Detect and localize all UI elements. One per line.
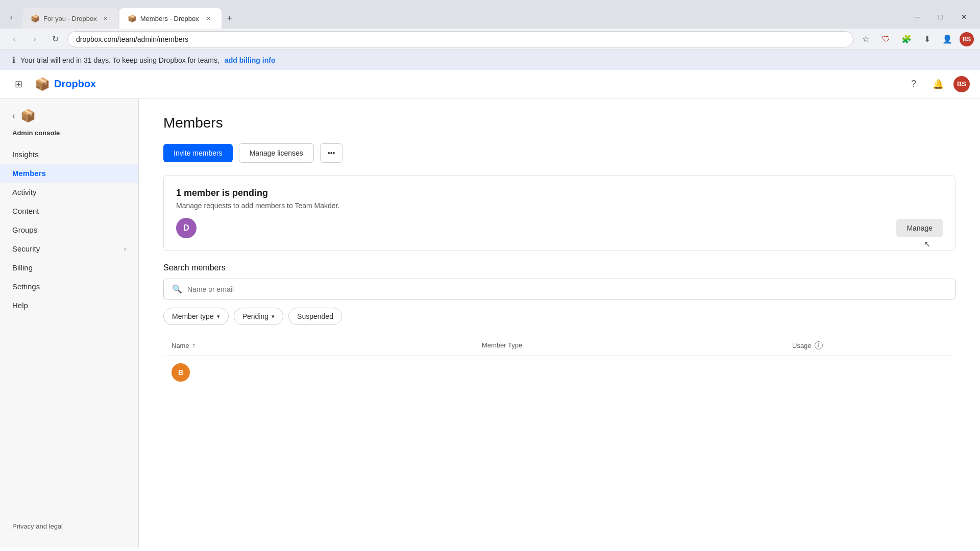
sidebar-item-activity[interactable]: Activity [0,183,138,202]
member-type-filter-label: Member type [172,312,214,320]
sidebar-nav: Insights Members Activity Content Groups… [0,145,138,315]
action-row: Invite members Manage licenses ••• [163,143,955,163]
insights-label: Insights [12,150,39,159]
apps-grid-button[interactable]: ⊞ [10,76,27,92]
search-icon: 🔍 [172,284,182,294]
member-type-filter[interactable]: Member type ▾ [163,308,229,325]
address-bar: ‹ › ↻ dropbox.com/team/admin/members ☆ 🛡… [0,29,980,50]
pending-filter-label: Pending [242,312,268,320]
sidebar-item-members[interactable]: Members [0,164,138,183]
browser-nav-controls: ‹ [4,10,18,29]
pending-filter[interactable]: Pending ▾ [234,308,283,325]
table-header: Name ↑ Member Type Usage i [163,335,955,356]
sidebar-item-security[interactable]: Security › [0,239,138,258]
filter-row: Member type ▾ Pending ▾ Suspended [163,308,955,325]
extensions-button[interactable]: 🧩 [898,31,915,47]
downloads-button[interactable]: ⬇ [919,31,935,47]
sort-asc-icon: ↑ [192,342,195,349]
tab-favicon-1: 📦 [31,14,39,22]
pending-description: Manage requests to add members to Team M… [176,202,943,210]
usage-info-icon[interactable]: i [815,341,823,349]
col-name-header[interactable]: Name ↑ [172,341,482,349]
search-input[interactable] [187,285,947,293]
suspended-filter-label: Suspended [297,312,333,320]
maximize-button[interactable]: □ [929,9,952,24]
page-title: Members [163,115,955,131]
main-layout: ‹ 📦 Admin console Insights Members Activ… [0,98,980,548]
help-button[interactable]: ? [904,75,923,93]
sidebar-dropbox-icon[interactable]: 📦 [20,109,36,123]
tab-label-1: For you - Dropbox [43,15,97,22]
help-label: Help [12,301,28,310]
privacy-legal-link[interactable]: Privacy and legal [12,522,126,530]
suspended-filter[interactable]: Suspended [288,308,342,325]
member-type-chevron-icon: ▾ [217,313,220,320]
window-controls: ─ □ ✕ [905,9,976,29]
notification-text: Your trial will end in 31 days. To keep … [20,56,219,64]
sidebar-item-billing[interactable]: Billing [0,258,138,277]
dropbox-logo-text: Dropbox [54,78,96,90]
sidebar-item-groups[interactable]: Groups [0,220,138,239]
table-row[interactable]: B [163,356,955,389]
browser-chrome: ‹ 📦 For you - Dropbox ✕ 📦 Members - Drop… [0,0,980,29]
tab-list-btn[interactable]: ‹ [4,10,18,24]
billing-label: Billing [12,263,33,272]
col-usage-header: Usage i [792,341,947,349]
row-avatar: B [172,363,190,382]
app-header: ⊞ 📦 Dropbox ? 🔔 BS [0,70,980,98]
tab-bar: 📦 For you - Dropbox ✕ 📦 Members - Dropbo… [22,0,901,29]
profile-switcher-button[interactable]: 👤 [939,31,955,47]
reload-button[interactable]: ↻ [47,31,63,47]
notification-banner: ℹ Your trial will end in 31 days. To kee… [0,50,980,70]
sidebar-footer: Privacy and legal [0,514,138,538]
sidebar-item-help[interactable]: Help [0,296,138,315]
content-area: Members Invite members Manage licenses •… [139,98,980,548]
manage-licenses-button[interactable]: Manage licenses [239,143,314,163]
col-member-type-header: Member Type [482,341,792,349]
settings-label: Settings [12,282,40,291]
forward-button[interactable]: › [27,31,43,47]
tab-label-2: Members - Dropbox [140,15,200,22]
address-text: dropbox.com/team/admin/members [76,35,188,43]
close-button[interactable]: ✕ [952,9,976,24]
search-field[interactable]: 🔍 [163,279,955,299]
pending-title: 1 member is pending [176,188,943,198]
security-chevron-icon: › [124,245,126,253]
sidebar-item-content[interactable]: Content [0,202,138,220]
notification-icon: ℹ [12,55,15,65]
back-button[interactable]: ‹ [6,31,22,47]
sidebar-logo-area[interactable]: ‹ 📦 [0,109,138,129]
invite-members-button[interactable]: Invite members [163,144,233,162]
dropbox-logo[interactable]: 📦 Dropbox [35,77,96,91]
manage-button[interactable]: Manage [896,219,943,237]
tab-close-1[interactable]: ✕ [101,14,110,23]
tab-members[interactable]: 📦 Members - Dropbox ✕ [119,8,222,29]
address-field[interactable]: dropbox.com/team/admin/members [67,31,853,47]
bookmark-button[interactable]: ☆ [857,31,874,47]
sidebar-back-icon[interactable]: ‹ [12,111,15,121]
content-label: Content [12,207,39,215]
user-avatar[interactable]: BS [953,76,970,92]
new-tab-button[interactable]: + [223,11,237,26]
security-label: Security [12,244,40,253]
admin-console-label: Admin console [0,129,138,145]
sidebar-item-insights[interactable]: Insights [0,145,138,164]
groups-label: Groups [12,226,37,234]
notifications-button[interactable]: 🔔 [929,75,947,93]
sidebar: ‹ 📦 Admin console Insights Members Activ… [0,98,139,548]
pending-banner: 1 member is pending Manage requests to a… [163,175,955,251]
tab-for-you[interactable]: 📦 For you - Dropbox ✕ [22,8,118,29]
tab-close-2[interactable]: ✕ [204,14,213,23]
pending-row: D Manage ↖ [176,218,943,238]
tab-favicon-2: 📦 [128,14,136,22]
minimize-button[interactable]: ─ [905,9,929,24]
members-label: Members [12,169,46,178]
header-actions: ? 🔔 BS [904,75,970,93]
pending-chevron-icon: ▾ [272,313,275,320]
extension-button-1[interactable]: 🛡 [878,31,894,47]
browser-profile-avatar[interactable]: BS [960,32,974,46]
more-actions-button[interactable]: ••• [320,143,343,163]
pending-avatar: D [176,218,197,238]
notification-link[interactable]: add billing info [225,56,276,64]
sidebar-item-settings[interactable]: Settings [0,277,138,296]
